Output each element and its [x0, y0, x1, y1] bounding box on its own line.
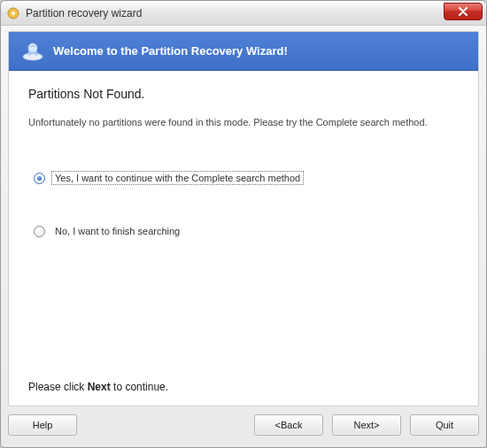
svg-point-1 [12, 12, 15, 15]
radio-label: No, I want to finish searching [52, 225, 182, 237]
radio-icon [34, 226, 45, 237]
svg-point-3 [28, 43, 37, 52]
close-icon [458, 7, 468, 16]
option-continue-complete[interactable]: Yes, I want to continue with the Complet… [28, 172, 459, 184]
radio-icon [34, 173, 45, 184]
radio-label: Yes, I want to continue with the Complet… [52, 172, 303, 184]
wizard-window: Partition recovery wizard Welcome to the… [0, 0, 487, 448]
next-button[interactable]: Next> [332, 414, 401, 436]
button-bar: Help <Back Next> Quit [8, 410, 479, 440]
help-button[interactable]: Help [8, 414, 77, 436]
wizard-icon [21, 42, 44, 61]
page-heading: Partitions Not Found. [28, 87, 459, 101]
wizard-page: Partitions Not Found. Unfortunately no p… [9, 71, 478, 406]
app-icon [6, 6, 20, 20]
banner-text: Welcome to the Partition Recovery Wizard… [53, 44, 288, 58]
close-button[interactable] [444, 3, 483, 20]
window-title: Partition recovery wizard [26, 7, 142, 19]
quit-button[interactable]: Quit [410, 414, 479, 436]
option-finish-searching[interactable]: No, I want to finish searching [28, 225, 459, 237]
wizard-banner: Welcome to the Partition Recovery Wizard… [9, 32, 478, 71]
page-description: Unfortunately no partitions were found i… [28, 117, 459, 127]
title-bar[interactable]: Partition recovery wizard [1, 1, 486, 26]
content-frame: Welcome to the Partition Recovery Wizard… [8, 31, 479, 406]
footer-instruction: Please click Next to continue. [28, 381, 168, 393]
back-button[interactable]: <Back [254, 414, 323, 436]
